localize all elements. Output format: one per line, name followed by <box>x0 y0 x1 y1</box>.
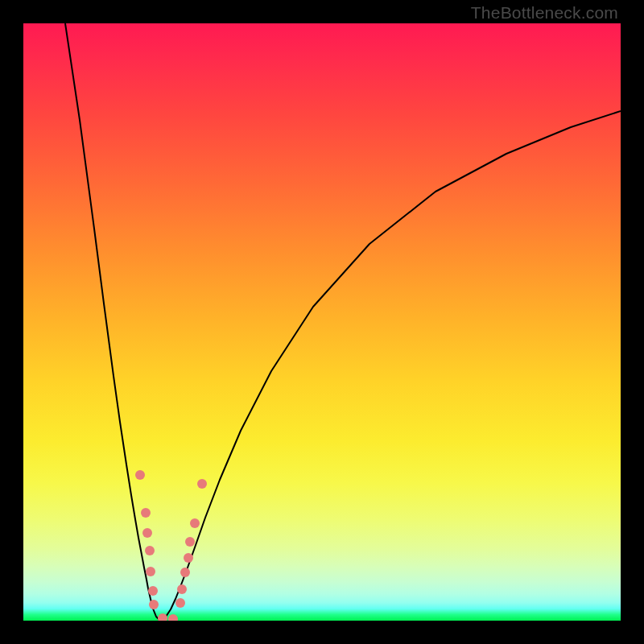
watermark-text: TheBottleneck.com <box>471 3 618 23</box>
chart-frame: TheBottleneck.com <box>0 0 644 644</box>
gradient-background <box>23 23 621 621</box>
plot-area <box>23 23 621 621</box>
